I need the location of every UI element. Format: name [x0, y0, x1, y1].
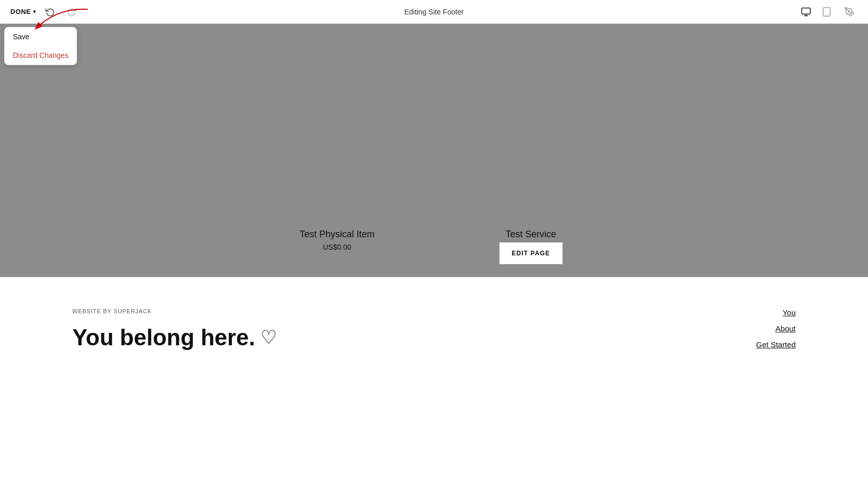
svg-rect-0	[802, 8, 811, 14]
footer-nav-link-about[interactable]: About	[756, 324, 796, 333]
footer-nav-link-get-started[interactable]: Get Started	[756, 340, 796, 349]
desktop-view-button[interactable]	[798, 4, 814, 20]
product-1-price: US$0.00	[240, 243, 434, 251]
done-button[interactable]: DONE ▾	[10, 8, 36, 16]
discard-changes-menu-item[interactable]: Discard Changes	[5, 46, 76, 65]
undo-button[interactable]	[42, 4, 58, 20]
svg-rect-3	[823, 7, 830, 16]
product-item-1: Test Physical Item US$0.00	[240, 229, 434, 277]
redo-button[interactable]	[64, 4, 80, 20]
done-label: DONE	[10, 8, 31, 16]
edit-page-button[interactable]: EDIT PAGE	[499, 242, 563, 264]
canvas-area: Test Physical Item US$0.00 Test Service …	[0, 24, 868, 277]
footer-nav: You About Get Started	[756, 308, 796, 349]
save-dropdown-menu: Save Discard Changes	[4, 27, 77, 65]
save-menu-item[interactable]: Save	[5, 27, 76, 46]
main-content: Test Physical Item US$0.00 Test Service …	[0, 24, 868, 473]
toolbar-right	[798, 4, 858, 20]
footer-branding: WEBSITE BY SUPERJACK	[72, 308, 796, 314]
products-section: Test Physical Item US$0.00 Test Service …	[0, 229, 868, 277]
footer-nav-link-you[interactable]: You	[756, 308, 796, 317]
toolbar: DONE ▾ Editing Site Footer	[0, 0, 868, 24]
footer-tagline: You belong here. ♡	[72, 325, 796, 350]
site-footer: WEBSITE BY SUPERJACK You belong here. ♡ …	[0, 277, 868, 473]
product-1-name: Test Physical Item	[240, 229, 434, 240]
tablet-view-button[interactable]	[818, 4, 835, 20]
footer-tagline-text: You belong here.	[72, 325, 255, 350]
toolbar-left: DONE ▾	[10, 4, 80, 20]
product-item-2: Test Service US$0.00 EDIT PAGE	[434, 229, 628, 277]
page-title: Editing Site Footer	[404, 8, 463, 16]
pen-tool-button[interactable]	[841, 4, 858, 20]
heart-icon: ♡	[260, 327, 277, 348]
product-2-name: Test Service	[434, 229, 628, 240]
svg-point-5	[848, 10, 850, 12]
done-chevron: ▾	[33, 9, 36, 14]
